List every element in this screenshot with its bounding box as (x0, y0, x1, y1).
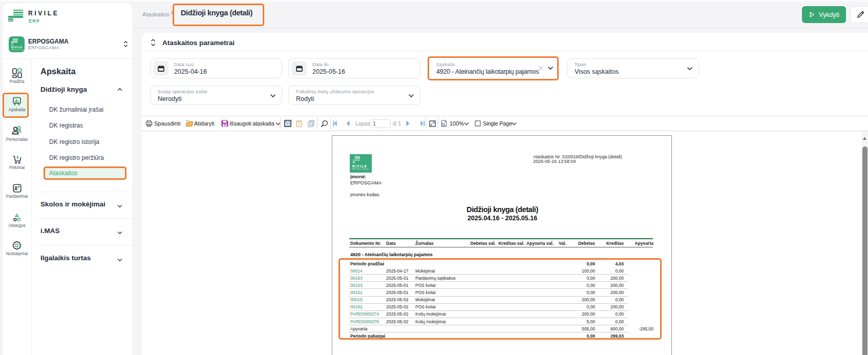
svg-text:?: ? (298, 122, 300, 126)
